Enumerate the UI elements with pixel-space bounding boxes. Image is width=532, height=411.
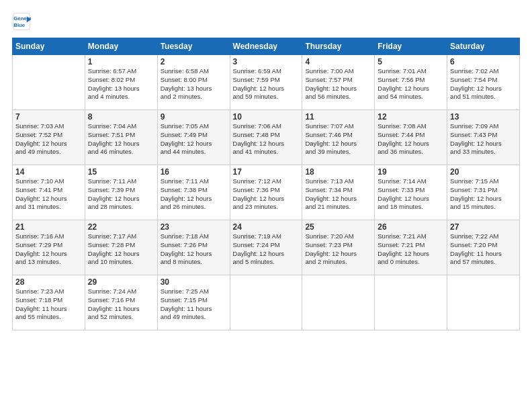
day-info: Sunrise: 7:15 AM Sunset: 7:31 PM Dayligh… [450, 177, 517, 212]
day-number: 6 [450, 57, 517, 66]
calendar-cell: 28Sunrise: 7:23 AM Sunset: 7:18 PM Dayli… [13, 275, 85, 330]
calendar-cell: 25Sunrise: 7:20 AM Sunset: 7:23 PM Dayli… [302, 220, 375, 275]
day-info: Sunrise: 7:25 AM Sunset: 7:15 PM Dayligh… [161, 287, 227, 322]
calendar-cell: 13Sunrise: 7:09 AM Sunset: 7:43 PM Dayli… [447, 110, 520, 165]
calendar-cell: 20Sunrise: 7:15 AM Sunset: 7:31 PM Dayli… [447, 165, 520, 220]
calendar-cell: 14Sunrise: 7:10 AM Sunset: 7:41 PM Dayli… [13, 165, 85, 220]
day-info: Sunrise: 7:17 AM Sunset: 7:28 PM Dayligh… [88, 232, 154, 267]
calendar-cell: 4Sunrise: 7:00 AM Sunset: 7:57 PM Daylig… [302, 55, 375, 110]
day-number: 18 [305, 167, 371, 177]
calendar-header-sunday: Sunday [13, 38, 85, 55]
calendar-cell [447, 275, 520, 330]
day-info: Sunrise: 7:20 AM Sunset: 7:23 PM Dayligh… [305, 232, 371, 267]
day-info: Sunrise: 7:14 AM Sunset: 7:33 PM Dayligh… [378, 177, 444, 212]
calendar-cell: 11Sunrise: 7:07 AM Sunset: 7:46 PM Dayli… [302, 110, 375, 165]
calendar-cell: 22Sunrise: 7:17 AM Sunset: 7:28 PM Dayli… [85, 220, 157, 275]
calendar-cell: 8Sunrise: 7:04 AM Sunset: 7:51 PM Daylig… [85, 110, 157, 165]
day-number: 13 [450, 112, 517, 122]
day-number: 8 [88, 112, 154, 122]
day-number: 3 [233, 57, 300, 66]
day-number: 7 [15, 112, 82, 122]
day-info: Sunrise: 7:16 AM Sunset: 7:29 PM Dayligh… [15, 232, 82, 267]
day-number: 9 [161, 112, 227, 122]
calendar-cell: 9Sunrise: 7:05 AM Sunset: 7:49 PM Daylig… [157, 110, 230, 165]
day-number: 20 [450, 167, 517, 177]
calendar-header-row: SundayMondayTuesdayWednesdayThursdayFrid… [13, 38, 520, 55]
calendar-cell: 16Sunrise: 7:11 AM Sunset: 7:38 PM Dayli… [157, 165, 230, 220]
calendar-cell: 27Sunrise: 7:22 AM Sunset: 7:20 PM Dayli… [447, 220, 520, 275]
day-number: 21 [15, 222, 82, 232]
calendar-header-wednesday: Wednesday [230, 38, 302, 55]
day-info: Sunrise: 7:01 AM Sunset: 7:56 PM Dayligh… [378, 67, 444, 101]
day-info: Sunrise: 7:10 AM Sunset: 7:41 PM Dayligh… [15, 177, 82, 212]
calendar-cell: 19Sunrise: 7:14 AM Sunset: 7:33 PM Dayli… [375, 165, 447, 220]
day-number: 11 [305, 112, 371, 122]
day-info: Sunrise: 7:19 AM Sunset: 7:24 PM Dayligh… [233, 232, 300, 267]
calendar-cell [13, 55, 85, 110]
day-info: Sunrise: 7:06 AM Sunset: 7:48 PM Dayligh… [233, 122, 300, 156]
day-number: 19 [378, 167, 444, 177]
calendar-cell: 6Sunrise: 7:02 AM Sunset: 7:54 PM Daylig… [447, 55, 520, 110]
day-info: Sunrise: 7:11 AM Sunset: 7:38 PM Dayligh… [161, 177, 227, 212]
calendar-cell: 5Sunrise: 7:01 AM Sunset: 7:56 PM Daylig… [375, 55, 447, 110]
day-info: Sunrise: 7:04 AM Sunset: 7:51 PM Dayligh… [88, 122, 154, 156]
calendar-cell: 30Sunrise: 7:25 AM Sunset: 7:15 PM Dayli… [157, 275, 230, 330]
calendar-cell [375, 275, 447, 330]
calendar-cell: 1Sunrise: 6:57 AM Sunset: 8:02 PM Daylig… [85, 55, 157, 110]
calendar-header-saturday: Saturday [447, 38, 520, 55]
day-number: 2 [161, 57, 227, 66]
calendar-cell: 18Sunrise: 7:13 AM Sunset: 7:34 PM Dayli… [302, 165, 375, 220]
calendar-header-thursday: Thursday [302, 38, 375, 55]
day-number: 12 [378, 112, 444, 122]
calendar-week-row: 14Sunrise: 7:10 AM Sunset: 7:41 PM Dayli… [13, 165, 520, 220]
calendar-cell: 23Sunrise: 7:18 AM Sunset: 7:26 PM Dayli… [157, 220, 230, 275]
day-number: 10 [233, 112, 300, 122]
calendar-week-row: 1Sunrise: 6:57 AM Sunset: 8:02 PM Daylig… [13, 55, 520, 110]
day-number: 14 [15, 167, 82, 177]
day-info: Sunrise: 7:03 AM Sunset: 7:52 PM Dayligh… [15, 122, 82, 156]
day-number: 4 [305, 57, 371, 66]
day-number: 1 [88, 57, 154, 66]
page-header: General Blue [12, 12, 520, 31]
calendar-week-row: 28Sunrise: 7:23 AM Sunset: 7:18 PM Dayli… [13, 275, 520, 330]
calendar-cell: 3Sunrise: 6:59 AM Sunset: 7:59 PM Daylig… [230, 55, 302, 110]
day-info: Sunrise: 7:21 AM Sunset: 7:21 PM Dayligh… [378, 232, 444, 267]
day-number: 25 [305, 222, 371, 232]
day-number: 27 [450, 222, 517, 232]
day-number: 26 [378, 222, 444, 232]
calendar-cell: 17Sunrise: 7:12 AM Sunset: 7:36 PM Dayli… [230, 165, 302, 220]
calendar-cell [230, 275, 302, 330]
calendar-week-row: 7Sunrise: 7:03 AM Sunset: 7:52 PM Daylig… [13, 110, 520, 165]
day-info: Sunrise: 6:58 AM Sunset: 8:00 PM Dayligh… [161, 67, 227, 101]
day-number: 24 [233, 222, 300, 232]
logo-icon: General Blue [12, 12, 31, 31]
day-number: 29 [88, 277, 154, 287]
day-info: Sunrise: 7:11 AM Sunset: 7:39 PM Dayligh… [88, 177, 154, 212]
day-number: 5 [378, 57, 444, 66]
calendar-header-monday: Monday [85, 38, 157, 55]
calendar-cell: 2Sunrise: 6:58 AM Sunset: 8:00 PM Daylig… [157, 55, 230, 110]
calendar-cell: 29Sunrise: 7:24 AM Sunset: 7:16 PM Dayli… [85, 275, 157, 330]
day-info: Sunrise: 7:09 AM Sunset: 7:43 PM Dayligh… [450, 122, 517, 156]
calendar-table: SundayMondayTuesdayWednesdayThursdayFrid… [12, 38, 520, 330]
svg-text:Blue: Blue [13, 22, 26, 28]
day-info: Sunrise: 7:07 AM Sunset: 7:46 PM Dayligh… [305, 122, 371, 156]
day-number: 15 [88, 167, 154, 177]
day-info: Sunrise: 7:23 AM Sunset: 7:18 PM Dayligh… [15, 287, 82, 322]
day-number: 17 [233, 167, 300, 177]
day-number: 23 [161, 222, 227, 232]
day-info: Sunrise: 7:05 AM Sunset: 7:49 PM Dayligh… [161, 122, 227, 156]
calendar-cell: 15Sunrise: 7:11 AM Sunset: 7:39 PM Dayli… [85, 165, 157, 220]
calendar-cell: 21Sunrise: 7:16 AM Sunset: 7:29 PM Dayli… [13, 220, 85, 275]
calendar-cell [302, 275, 375, 330]
logo: General Blue [12, 12, 34, 31]
day-number: 16 [161, 167, 227, 177]
day-info: Sunrise: 7:12 AM Sunset: 7:36 PM Dayligh… [233, 177, 300, 212]
day-info: Sunrise: 7:02 AM Sunset: 7:54 PM Dayligh… [450, 67, 517, 101]
day-number: 28 [15, 277, 82, 287]
day-info: Sunrise: 7:00 AM Sunset: 7:57 PM Dayligh… [305, 67, 371, 101]
day-info: Sunrise: 6:57 AM Sunset: 8:02 PM Dayligh… [88, 67, 154, 101]
day-info: Sunrise: 7:18 AM Sunset: 7:26 PM Dayligh… [161, 232, 227, 267]
calendar-week-row: 21Sunrise: 7:16 AM Sunset: 7:29 PM Dayli… [13, 220, 520, 275]
calendar-cell: 24Sunrise: 7:19 AM Sunset: 7:24 PM Dayli… [230, 220, 302, 275]
